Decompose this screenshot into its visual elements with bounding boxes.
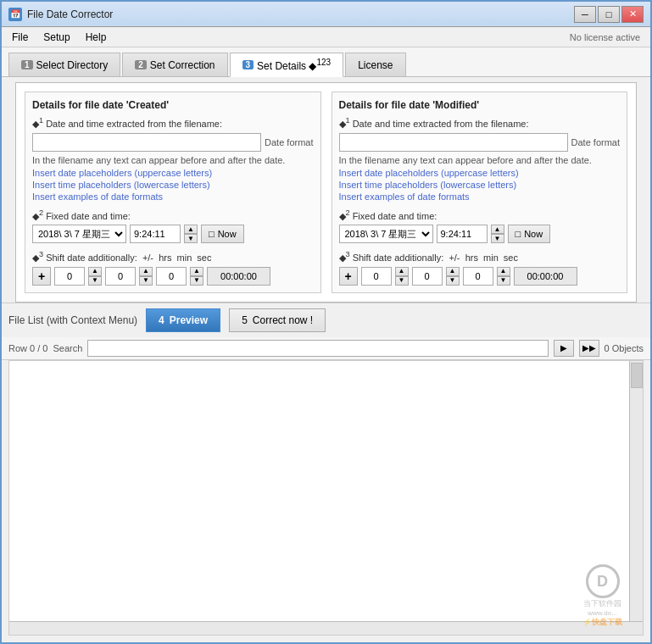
created-time-display: 00:00:00	[207, 267, 270, 286]
modified-hrs-input[interactable]	[361, 267, 392, 286]
scrollbar-horizontal[interactable]	[9, 621, 643, 635]
modified-time-up[interactable]: ▲	[491, 225, 504, 234]
modified-min-input[interactable]	[412, 267, 443, 286]
created-shift-add[interactable]: +	[32, 267, 51, 286]
modified-now-icon: □	[515, 229, 521, 239]
created-now-label: Now	[218, 229, 237, 239]
modified-min-down[interactable]: ▼	[446, 276, 460, 286]
objects-label: 0 Objects	[605, 343, 644, 353]
created-date-select[interactable]: 2018\ 3\ 7 星期三	[32, 225, 126, 243]
modified-time-display: 00:00:00	[514, 267, 577, 286]
modified-now-label: Now	[524, 229, 543, 239]
preview-num-badge: 4	[159, 314, 164, 326]
restore-button[interactable]: □	[598, 6, 620, 23]
file-list-area: D 当下软件园 www.do... ⚡快盘下载	[8, 360, 644, 636]
modified-date-select[interactable]: 2018\ 3\ 7 星期三	[339, 225, 433, 243]
modified-min-up[interactable]: ▲	[446, 267, 460, 276]
tab-label-2: Set Correction	[150, 59, 215, 71]
preview-label: Preview	[170, 314, 208, 326]
modified-sec-up[interactable]: ▲	[497, 267, 510, 276]
modified-shift-add[interactable]: +	[339, 267, 358, 286]
modified-link-date-placeholders[interactable]: Insert date placeholders (uppercase lett…	[339, 168, 621, 178]
close-button[interactable]: ✕	[621, 6, 644, 23]
created-hrs-up[interactable]: ▲	[88, 267, 102, 276]
minimize-button[interactable]: ─	[574, 6, 596, 23]
modified-date-format-input[interactable]	[339, 133, 568, 152]
license-status: No license active	[570, 32, 647, 42]
created-sec-up[interactable]: ▲	[190, 267, 203, 276]
created-sec-input[interactable]	[156, 267, 187, 286]
modified-sec-down[interactable]: ▼	[497, 276, 510, 286]
search-input[interactable]	[87, 340, 548, 357]
created-min-down[interactable]: ▼	[139, 276, 153, 286]
tab-num-3: 3	[242, 60, 254, 69]
tab-num-1: 1	[21, 60, 33, 69]
created-time-down[interactable]: ▼	[184, 234, 198, 243]
menu-bar: File Setup Help No license active	[2, 27, 650, 47]
modified-section1-header: ◆1 Date and time extracted from the file…	[339, 116, 621, 130]
tab-set-details[interactable]: 3 Set Details ◆123	[230, 53, 344, 77]
modified-date-format-label: Date format	[571, 137, 620, 147]
created-link-date-formats[interactable]: Insert examples of date formats	[32, 192, 314, 202]
menu-file[interactable]: File	[5, 30, 35, 45]
created-link-date-placeholders[interactable]: Insert date placeholders (uppercase lett…	[32, 168, 314, 178]
modified-panel: Details for file date 'Modified' ◆1 Date…	[332, 92, 628, 293]
tab-label-3: Set Details ◆123	[257, 58, 331, 72]
modified-section3-header: ◆3 Shift date additionally: +/- hrs min …	[339, 250, 621, 264]
window-controls: ─ □ ✕	[574, 6, 644, 23]
tab-select-directory[interactable]: 1 Select Directory	[8, 53, 120, 76]
created-panel-title: Details for file date 'Created'	[32, 99, 314, 111]
watermark: D 当下软件园 www.do... ⚡快盘下载	[582, 564, 622, 628]
modified-panel-title: Details for file date 'Modified'	[339, 99, 621, 111]
created-date-format-label: Date format	[265, 137, 313, 147]
correct-now-button[interactable]: 5 Correct now !	[229, 308, 326, 332]
tab-row: 1 Select Directory 2 Set Correction 3 Se…	[2, 47, 650, 77]
created-now-icon: □	[209, 229, 215, 239]
modified-hrs-down[interactable]: ▼	[395, 276, 409, 286]
play-button[interactable]: ▶	[554, 340, 574, 357]
scrollbar-vertical[interactable]	[629, 361, 643, 635]
search-bar: Row 0 / 0 Search ▶ ▶▶ 0 Objects	[2, 337, 650, 360]
main-content: Details for file date 'Created' ◆1 Date …	[15, 82, 637, 303]
file-list-label: File List (with Context Menu)	[8, 314, 137, 326]
window-title: File Date Corrector	[27, 8, 113, 20]
created-hrs-down[interactable]: ▼	[88, 276, 102, 286]
created-time-input[interactable]	[130, 225, 181, 243]
created-hint: In the filename any text can appear befo…	[32, 155, 314, 165]
tab-license[interactable]: License	[345, 53, 405, 76]
modified-link-time-placeholders[interactable]: Insert time placeholders (lowercase lett…	[339, 180, 621, 190]
modified-sec-input[interactable]	[463, 267, 493, 286]
correct-label: Correct now !	[253, 314, 313, 326]
created-hrs-input[interactable]	[54, 267, 85, 286]
app-icon: 📅	[8, 8, 22, 21]
tab-set-correction[interactable]: 2 Set Correction	[122, 53, 227, 76]
scrollbar-thumb[interactable]	[631, 363, 643, 388]
created-section3-header: ◆3 Shift date additionally: +/- hrs min …	[32, 250, 314, 264]
modified-hint: In the filename any text can appear befo…	[339, 155, 621, 165]
preview-button[interactable]: 4 Preview	[146, 308, 220, 332]
menu-setup[interactable]: Setup	[36, 30, 76, 45]
modified-now-button[interactable]: □ Now	[508, 225, 551, 243]
created-section1-header: ◆1 Date and time extracted from the file…	[32, 116, 314, 130]
created-min-up[interactable]: ▲	[139, 267, 153, 276]
title-bar: 📅 File Date Corrector ─ □ ✕	[2, 2, 650, 27]
menu-help[interactable]: Help	[79, 30, 114, 45]
fast-forward-button[interactable]: ▶▶	[579, 340, 599, 357]
tab-label-4: License	[358, 59, 393, 71]
modified-time-input[interactable]	[437, 225, 488, 243]
created-min-input[interactable]	[105, 267, 136, 286]
created-date-format-input[interactable]	[32, 133, 261, 152]
created-link-time-placeholders[interactable]: Insert time placeholders (lowercase lett…	[32, 180, 314, 190]
modified-hrs-up[interactable]: ▲	[395, 267, 409, 276]
created-sec-down[interactable]: ▼	[190, 276, 203, 286]
tab-num-2: 2	[135, 60, 147, 69]
search-label: Search	[53, 343, 82, 353]
modified-time-down[interactable]: ▼	[491, 234, 504, 243]
created-now-button[interactable]: □ Now	[201, 225, 244, 243]
modified-link-date-formats[interactable]: Insert examples of date formats	[339, 192, 621, 202]
correct-num-badge: 5	[242, 314, 248, 326]
tab-label-1: Select Directory	[36, 59, 109, 71]
watermark-circle: D	[586, 564, 620, 598]
modified-section2-header: ◆2 Fixed date and time:	[339, 208, 621, 222]
created-time-up[interactable]: ▲	[184, 225, 198, 234]
